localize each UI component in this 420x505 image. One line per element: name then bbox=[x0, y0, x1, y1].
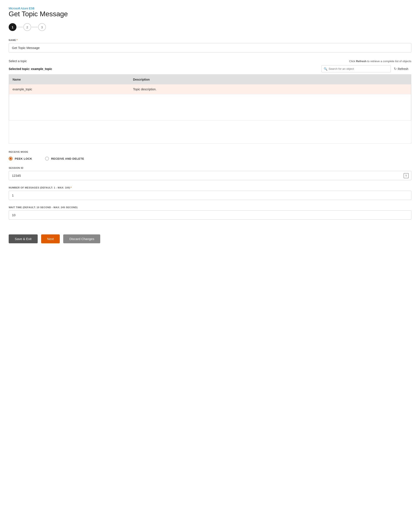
radio-peek-lock-dot bbox=[9, 157, 12, 161]
refresh-icon: ↻ bbox=[394, 67, 397, 71]
row-description: Topic description. bbox=[130, 84, 411, 94]
search-input-wrapper: 🔍 bbox=[321, 65, 391, 72]
select-topic-label: Select a topic bbox=[9, 59, 27, 63]
radio-group: PEEK LOCK RECEIVE AND DELETE bbox=[9, 157, 411, 161]
receive-mode-label: RECEIVE MODE bbox=[9, 151, 411, 153]
num-messages-required-star: * bbox=[71, 186, 72, 189]
session-id-input-wrapper: V bbox=[9, 171, 411, 180]
refresh-hint: Click Refresh to retrieve a complete lis… bbox=[349, 60, 411, 63]
num-messages-input[interactable] bbox=[9, 191, 411, 200]
search-container: 🔍 ↻ Refresh bbox=[321, 65, 411, 73]
selected-topic-text: Selected topic: example_topic bbox=[9, 67, 52, 71]
wait-time-section: WAIT TIME (DEFAULT: 10 SECOND - MAX: 245… bbox=[9, 206, 411, 220]
step-1[interactable]: 1 bbox=[9, 23, 16, 31]
radio-peek-lock-label: PEEK LOCK bbox=[15, 157, 32, 160]
refresh-button[interactable]: ↻ Refresh bbox=[391, 65, 411, 73]
session-id-input[interactable] bbox=[9, 171, 411, 180]
table-row[interactable]: example_topic Topic description. bbox=[9, 84, 411, 94]
topic-table-wrapper: Name Description example_topic Topic des… bbox=[9, 74, 411, 144]
breadcrumb[interactable]: Microsoft Azure ESB bbox=[9, 7, 34, 10]
session-id-label: SESSION ID bbox=[9, 167, 411, 169]
save-exit-button[interactable]: Save & Exit bbox=[9, 234, 38, 243]
radio-peek-lock[interactable]: PEEK LOCK bbox=[9, 157, 32, 161]
steps-container: 1 2 3 bbox=[9, 23, 411, 31]
step-3-number: 3 bbox=[41, 25, 43, 29]
col-description: Description bbox=[130, 75, 411, 84]
search-input[interactable] bbox=[321, 65, 391, 72]
step-2[interactable]: 2 bbox=[23, 23, 31, 31]
variable-icon[interactable]: V bbox=[404, 173, 409, 178]
num-messages-section: NUMBER OF MESSAGES (DEFAULT: 1 - MAX: 10… bbox=[9, 186, 411, 200]
step-connector-1 bbox=[17, 27, 23, 27]
wait-time-label: WAIT TIME (DEFAULT: 10 SECOND - MAX: 245… bbox=[9, 206, 411, 209]
name-section: NAME* bbox=[9, 39, 411, 52]
footer-actions: Save & Exit Next Discard Changes bbox=[9, 230, 411, 243]
radio-receive-delete[interactable]: RECEIVE AND DELETE bbox=[45, 157, 84, 161]
topic-table: Name Description example_topic Topic des… bbox=[9, 75, 411, 120]
next-button[interactable]: Next bbox=[41, 234, 60, 243]
row-name: example_topic bbox=[9, 84, 130, 94]
page-container: Microsoft Azure ESB Get Topic Message 1 … bbox=[0, 0, 420, 505]
discard-button[interactable]: Discard Changes bbox=[63, 234, 100, 243]
name-label: NAME* bbox=[9, 39, 411, 41]
topic-section: Select a topic Click Refresh to retrieve… bbox=[9, 59, 411, 144]
page-title: Get Topic Message bbox=[9, 10, 411, 18]
receive-mode-section: RECEIVE MODE PEEK LOCK RECEIVE AND DELET… bbox=[9, 151, 411, 161]
step-connector-2 bbox=[32, 27, 38, 27]
table-header-row: Name Description bbox=[9, 75, 411, 84]
step-2-number: 2 bbox=[26, 25, 28, 29]
radio-receive-delete-label: RECEIVE AND DELETE bbox=[51, 157, 84, 160]
session-id-section: SESSION ID V bbox=[9, 167, 411, 180]
radio-receive-delete-dot bbox=[45, 157, 49, 161]
topic-controls: Selected topic: example_topic 🔍 ↻ Refres… bbox=[9, 65, 411, 73]
empty-cell bbox=[9, 94, 411, 120]
name-required-star: * bbox=[16, 39, 18, 41]
refresh-button-label: Refresh bbox=[398, 67, 408, 71]
name-input[interactable] bbox=[9, 43, 411, 52]
topic-header: Select a topic Click Refresh to retrieve… bbox=[9, 59, 411, 63]
num-messages-label: NUMBER OF MESSAGES (DEFAULT: 1 - MAX: 10… bbox=[9, 186, 411, 189]
table-row-empty bbox=[9, 94, 411, 120]
wait-time-input[interactable] bbox=[9, 210, 411, 220]
step-1-number: 1 bbox=[12, 25, 13, 29]
col-name: Name bbox=[9, 75, 130, 84]
refresh-hint-bold: Refresh bbox=[356, 60, 366, 63]
step-3[interactable]: 3 bbox=[38, 23, 46, 31]
